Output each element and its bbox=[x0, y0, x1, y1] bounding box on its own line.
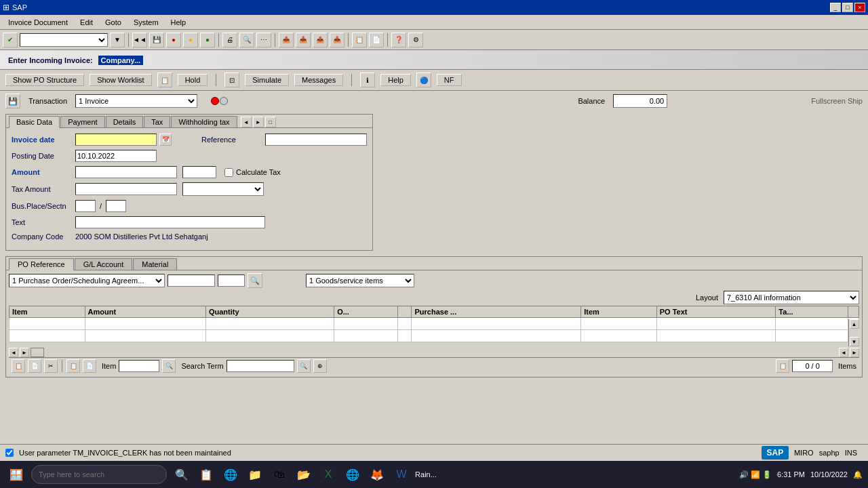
bt-btn3[interactable]: ✂ bbox=[44, 359, 58, 373]
goods-service-select[interactable]: 1 Goods/service items bbox=[306, 274, 414, 287]
tab-details[interactable]: Details bbox=[106, 116, 144, 127]
taskbar-app-folder[interactable]: 📂 bbox=[293, 462, 315, 487]
po-search-button[interactable]: 🔍 bbox=[248, 273, 262, 288]
bus-place-input[interactable] bbox=[75, 200, 96, 212]
tab-next[interactable]: ► bbox=[253, 117, 264, 127]
bt-btn2[interactable]: 📄 bbox=[28, 359, 41, 373]
taskbar-app-store[interactable]: 🛍 bbox=[269, 462, 290, 487]
menu-system[interactable]: System bbox=[128, 17, 164, 28]
customize-btn[interactable]: ⚙ bbox=[408, 33, 423, 47]
start-button[interactable]: 🪟 bbox=[3, 462, 30, 487]
nav-btn2[interactable]: 📥 bbox=[296, 33, 311, 47]
taskbar-app-search[interactable]: 🔍 bbox=[171, 462, 193, 487]
bt-btn4[interactable]: 📋 bbox=[66, 359, 80, 373]
tab-gl-account[interactable]: G/L Account bbox=[75, 258, 133, 270]
minimize-button[interactable]: _ bbox=[830, 3, 841, 12]
simulate-icon[interactable]: ⊡ bbox=[224, 73, 239, 87]
show-po-structure-button[interactable]: Show PO Structure bbox=[5, 74, 84, 86]
h-scroll-right2[interactable]: ◄ bbox=[839, 348, 848, 357]
taskbar-app-rain[interactable]: Rain... bbox=[415, 462, 437, 487]
calculate-tax-checkbox[interactable] bbox=[224, 168, 233, 177]
btn-refresh1[interactable]: ● bbox=[166, 33, 181, 47]
taskbar-app-excel[interactable]: X bbox=[317, 462, 339, 487]
search-btn2[interactable]: ⊕ bbox=[313, 359, 327, 373]
tab-withholding-tax[interactable]: Withholding tax bbox=[171, 116, 237, 127]
taskbar-app-chrome[interactable]: 🌐 bbox=[342, 462, 363, 487]
dropdown-toolbar[interactable] bbox=[20, 33, 108, 47]
close-button[interactable]: × bbox=[854, 3, 865, 12]
help-button[interactable]: Help bbox=[380, 74, 411, 86]
tab-basic-data[interactable]: Basic Data bbox=[9, 116, 60, 128]
nav-btn3[interactable]: 📤 bbox=[313, 33, 328, 47]
h-scroll-left[interactable]: ◄ bbox=[9, 348, 18, 357]
po-number-input[interactable] bbox=[167, 274, 215, 287]
taskbar-app-firefox[interactable]: 🦊 bbox=[366, 462, 388, 487]
tab-prev[interactable]: ◄ bbox=[241, 117, 252, 127]
tax-code-select[interactable] bbox=[182, 182, 264, 196]
item-input[interactable] bbox=[119, 360, 159, 372]
simulate-button[interactable]: Simulate bbox=[245, 74, 289, 86]
notification-icon[interactable]: 🔔 bbox=[853, 470, 863, 479]
tab-expand[interactable]: □ bbox=[265, 117, 276, 127]
nav-btn1[interactable]: 📤 bbox=[279, 33, 294, 47]
h-scroll-right[interactable]: ► bbox=[20, 348, 29, 357]
po-type-select[interactable]: 1 Purchase Order/Scheduling Agreem... bbox=[9, 274, 165, 287]
h-scroll-thumb[interactable] bbox=[31, 348, 44, 357]
text-input[interactable] bbox=[75, 216, 265, 228]
h-scroll-right3[interactable]: ► bbox=[850, 348, 859, 357]
scroll-down-button[interactable]: ▼ bbox=[850, 337, 859, 346]
dropdown-arrow[interactable]: ▼ bbox=[110, 33, 125, 47]
btn-refresh2[interactable]: ● bbox=[183, 33, 198, 47]
find-button[interactable]: 🔍 bbox=[239, 33, 254, 47]
search-btn1[interactable]: 🔍 bbox=[297, 359, 311, 373]
taskbar-app-word[interactable]: W bbox=[391, 462, 412, 487]
save-small-icon[interactable]: 💾 bbox=[5, 94, 20, 108]
status-checkbox[interactable] bbox=[5, 449, 14, 457]
layout-btn2[interactable]: 📄 bbox=[369, 33, 384, 47]
menu-edit[interactable]: Edit bbox=[75, 17, 98, 28]
tab-tax[interactable]: Tax bbox=[144, 116, 170, 127]
nf-button[interactable]: NF bbox=[437, 74, 462, 86]
bt-btn5[interactable]: 📄 bbox=[83, 359, 96, 373]
layout-btn1[interactable]: 📋 bbox=[352, 33, 367, 47]
calendar-icon[interactable]: 📅 bbox=[159, 134, 172, 146]
hold-button[interactable]: Hold bbox=[178, 74, 208, 86]
amount-input[interactable] bbox=[75, 166, 177, 178]
taskbar-app-explorer[interactable]: 📁 bbox=[244, 462, 266, 487]
menu-help[interactable]: Help bbox=[165, 17, 192, 28]
nf-icon[interactable]: 🔵 bbox=[416, 73, 431, 87]
reference-input[interactable] bbox=[265, 134, 367, 146]
copy-icon[interactable]: 📋 bbox=[157, 73, 172, 87]
tab-material[interactable]: Material bbox=[133, 258, 177, 270]
menu-goto[interactable]: Goto bbox=[100, 17, 127, 28]
save-button[interactable]: 💾 bbox=[149, 33, 164, 47]
posting-date-input[interactable] bbox=[75, 150, 157, 162]
tab-payment[interactable]: Payment bbox=[60, 116, 104, 127]
help-toolbar[interactable]: ❓ bbox=[391, 33, 406, 47]
search-term-input[interactable] bbox=[226, 360, 294, 372]
search-icon-btn[interactable]: 🔍 bbox=[162, 359, 176, 373]
bt-btn1[interactable]: 📋 bbox=[12, 359, 25, 373]
tab-po-reference[interactable]: PO Reference bbox=[9, 258, 74, 270]
help-icon[interactable]: ℹ bbox=[360, 73, 375, 87]
scroll-up-button[interactable]: ▲ bbox=[850, 319, 859, 329]
find-next[interactable]: ⋯ bbox=[256, 33, 271, 47]
currency-input[interactable] bbox=[182, 166, 216, 178]
messages-button[interactable]: Messages bbox=[294, 74, 343, 86]
maximize-button[interactable]: □ bbox=[842, 3, 853, 12]
count-icon[interactable]: 📋 bbox=[776, 359, 789, 373]
taskbar-search[interactable] bbox=[31, 465, 167, 484]
tax-amount-input[interactable] bbox=[75, 183, 177, 195]
transaction-select[interactable]: 1 Invoice bbox=[75, 94, 197, 108]
nav-btn4[interactable]: 📥 bbox=[330, 33, 344, 47]
po-item-input[interactable] bbox=[218, 274, 245, 287]
sectn-input[interactable] bbox=[106, 200, 126, 212]
layout-select[interactable]: 7_6310 All information bbox=[724, 291, 859, 304]
taskbar-app-edge[interactable]: 🌐 bbox=[220, 462, 241, 487]
vertical-scrollbar[interactable]: ▲ ▼ bbox=[848, 319, 859, 346]
show-worklist-button[interactable]: Show Worklist bbox=[90, 74, 151, 86]
back-button[interactable]: ✔ bbox=[3, 33, 18, 47]
menu-invoice-document[interactable]: Invoice Document bbox=[3, 17, 73, 28]
print-button[interactable]: 🖨 bbox=[222, 33, 237, 47]
btn-refresh3[interactable]: ● bbox=[200, 33, 215, 47]
